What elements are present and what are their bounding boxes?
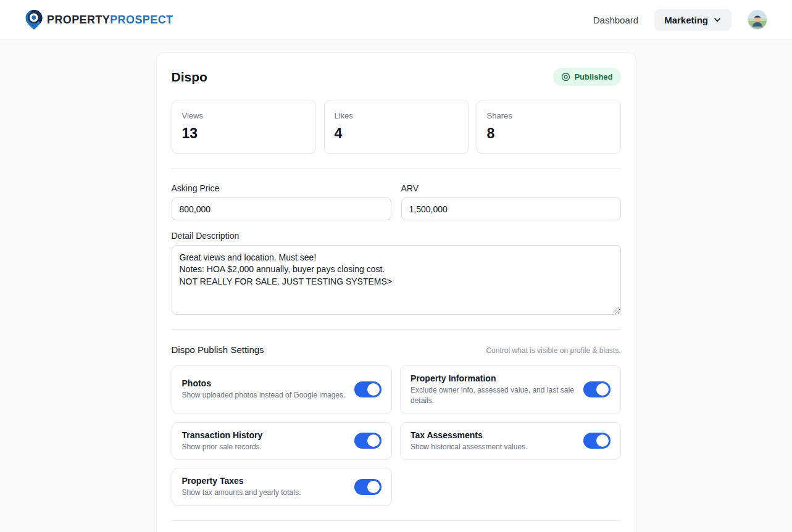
divider bbox=[172, 329, 621, 330]
stat-card-likes: Likes 4 bbox=[324, 101, 469, 154]
toggle-knob bbox=[596, 383, 609, 396]
toggle-knob bbox=[367, 383, 380, 396]
stat-card-views: Views 13 bbox=[172, 101, 316, 154]
setting-text: Property Taxes Show tax amounts and year… bbox=[182, 476, 301, 498]
publish-settings-header: Dispo Publish Settings Control what is v… bbox=[172, 344, 621, 355]
setting-text: Tax Assessments Show historical assessme… bbox=[411, 430, 527, 452]
divider bbox=[172, 520, 621, 521]
header-actions: Dashboard Marketing bbox=[593, 9, 767, 31]
property-information-toggle[interactable] bbox=[583, 381, 611, 397]
brand-name-primary: PROPERTY bbox=[47, 14, 110, 26]
photos-toggle[interactable] bbox=[354, 381, 381, 397]
description-textarea[interactable]: Great views and location. Must see! Note… bbox=[172, 245, 621, 315]
divider bbox=[172, 168, 621, 168]
toggle-knob bbox=[367, 434, 380, 447]
publish-settings-hint: Control what is visible on profile & bla… bbox=[486, 346, 620, 355]
stat-label: Shares bbox=[487, 111, 611, 120]
stats-cards: Views 13 Likes 4 Shares 8 bbox=[172, 101, 621, 154]
brand-name: PROPERTYPROSPECT bbox=[47, 14, 173, 27]
arv-group: ARV bbox=[401, 183, 621, 220]
setting-title: Property Information bbox=[411, 373, 575, 383]
arv-label: ARV bbox=[401, 183, 621, 193]
page-title: Dispo bbox=[172, 70, 207, 85]
setting-text: Photos Show uploaded photos instead of G… bbox=[182, 378, 346, 401]
arv-input[interactable] bbox=[401, 197, 621, 220]
status-badge-label: Published bbox=[574, 72, 612, 81]
brand-logo[interactable]: PROPERTYPROSPECT bbox=[25, 9, 173, 30]
asking-price-label: Asking Price bbox=[172, 183, 391, 193]
asking-price-input[interactable] bbox=[172, 197, 391, 220]
asking-price-group: Asking Price bbox=[172, 183, 391, 220]
description-label: Detail Description bbox=[172, 231, 621, 241]
stat-card-shares: Shares 8 bbox=[477, 101, 621, 154]
title-row: Dispo Published bbox=[172, 68, 621, 86]
setting-card-property-taxes: Property Taxes Show tax amounts and year… bbox=[172, 468, 393, 506]
toggle-knob bbox=[367, 481, 380, 493]
setting-description: Exclude owner info, assessed value, and … bbox=[411, 385, 575, 406]
transaction-history-toggle[interactable] bbox=[354, 433, 381, 449]
setting-title: Property Taxes bbox=[182, 476, 301, 486]
map-pin-logo-icon bbox=[25, 9, 43, 30]
user-avatar[interactable] bbox=[748, 10, 767, 30]
brand-name-secondary: PROSPECT bbox=[110, 14, 173, 26]
setting-description: Show historical assessment values. bbox=[411, 442, 527, 452]
setting-description: Show tax amounts and yearly totals. bbox=[182, 488, 301, 498]
setting-card-property-information: Property Information Exclude owner info,… bbox=[400, 365, 621, 414]
publish-settings-title: Dispo Publish Settings bbox=[172, 344, 264, 355]
setting-description: Show uploaded photos instead of Google i… bbox=[182, 390, 346, 401]
setting-text: Transaction History Show prior sale reco… bbox=[182, 430, 263, 452]
top-bar: PROPERTYPROSPECT Dashboard Marketing bbox=[0, 0, 792, 40]
property-taxes-toggle[interactable] bbox=[354, 479, 381, 495]
dashboard-link[interactable]: Dashboard bbox=[593, 15, 638, 25]
dispo-panel: Dispo Published Views 13 Likes 4 Shares … bbox=[156, 52, 636, 532]
tax-assessments-toggle[interactable] bbox=[583, 433, 611, 449]
setting-text: Property Information Exclude owner info,… bbox=[411, 373, 575, 406]
eye-icon bbox=[561, 72, 570, 81]
stat-value: 13 bbox=[182, 125, 306, 142]
setting-description: Show prior sale records. bbox=[182, 442, 263, 452]
status-badge: Published bbox=[553, 68, 620, 86]
setting-card-photos: Photos Show uploaded photos instead of G… bbox=[172, 365, 393, 414]
marketing-dropdown[interactable]: Marketing bbox=[654, 9, 732, 31]
setting-title: Photos bbox=[182, 378, 346, 388]
price-fields: Asking Price ARV bbox=[172, 183, 621, 220]
stat-label: Likes bbox=[335, 111, 458, 120]
toggle-knob bbox=[596, 434, 609, 447]
setting-title: Tax Assessments bbox=[411, 430, 527, 440]
stat-value: 4 bbox=[335, 125, 458, 142]
setting-card-transaction-history: Transaction History Show prior sale reco… bbox=[172, 422, 393, 460]
marketing-dropdown-label: Marketing bbox=[664, 15, 708, 25]
publish-settings-grid: Photos Show uploaded photos instead of G… bbox=[172, 365, 621, 506]
setting-title: Transaction History bbox=[182, 430, 263, 440]
stat-value: 8 bbox=[487, 125, 611, 142]
chevron-down-icon bbox=[713, 15, 722, 24]
description-group: Detail Description Great views and locat… bbox=[172, 231, 621, 315]
stat-label: Views bbox=[182, 111, 306, 120]
setting-card-tax-assessments: Tax Assessments Show historical assessme… bbox=[400, 422, 621, 460]
